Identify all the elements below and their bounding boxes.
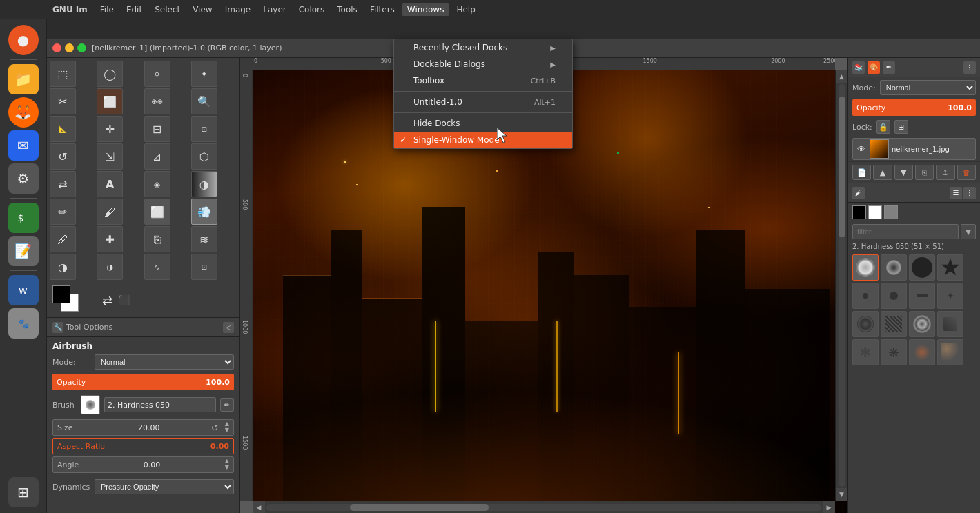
brush-cell-2[interactable] bbox=[881, 254, 907, 281]
raise-layer-btn[interactable]: ▲ bbox=[873, 165, 892, 180]
zoom-tool[interactable]: 🔍 bbox=[191, 88, 217, 114]
brush-cell-13[interactable]: ✱ bbox=[852, 339, 879, 365]
text-tool[interactable]: A bbox=[97, 171, 123, 197]
rect-select-tool[interactable]: ⬚ bbox=[50, 61, 76, 87]
smudge-tool[interactable]: ≋ bbox=[191, 226, 217, 252]
dynamics-select[interactable]: Pressure Opacity bbox=[95, 479, 234, 494]
brush-cell-16[interactable] bbox=[937, 339, 963, 365]
move-tool[interactable]: ✛ bbox=[97, 116, 123, 142]
brush-cell-9[interactable] bbox=[852, 311, 879, 337]
brush-filter-input[interactable] bbox=[852, 224, 959, 239]
maximize-button[interactable] bbox=[77, 43, 86, 52]
menu-select[interactable]: Select bbox=[149, 3, 186, 16]
layers-book-icon[interactable]: 📚 bbox=[852, 61, 865, 74]
brushes-options[interactable]: ⋮ bbox=[963, 187, 976, 199]
ubuntu-icon[interactable]: ● bbox=[8, 25, 39, 55]
brush-preview[interactable] bbox=[81, 395, 100, 414]
brushes-icon[interactable]: 🖌 bbox=[852, 187, 865, 199]
mode-select[interactable]: Normal Multiply Screen bbox=[95, 354, 234, 370]
clone-tool[interactable]: ⎘ bbox=[144, 226, 170, 252]
menu-file[interactable]: File bbox=[95, 3, 119, 16]
brushes-list-view[interactable]: ☰ bbox=[950, 187, 962, 199]
new-layer-btn[interactable]: 📄 bbox=[852, 165, 871, 180]
scissors-tool[interactable]: ✂ bbox=[50, 88, 76, 114]
lock-alpha-btn[interactable]: ⊞ bbox=[894, 120, 908, 134]
menu-untitled[interactable]: Untitled-1.0 Alt+1 bbox=[394, 94, 572, 110]
email-icon[interactable]: ✉ bbox=[8, 130, 39, 161]
fuzzy-select-tool[interactable]: ✦ bbox=[191, 61, 217, 87]
brush-cell-hardness50[interactable] bbox=[852, 254, 879, 281]
close-button[interactable] bbox=[52, 43, 61, 52]
pencil-tool[interactable]: ✏ bbox=[50, 199, 76, 225]
scrollbar-v-thumb[interactable] bbox=[839, 97, 845, 237]
ellipse-select-tool[interactable]: ◯ bbox=[97, 61, 123, 87]
curves-tool[interactable]: ∿ bbox=[144, 254, 170, 280]
menu-layer[interactable]: Layer bbox=[257, 3, 291, 16]
apps-icon[interactable]: ⊞ bbox=[8, 477, 39, 507]
firefox-icon[interactable]: 🦊 bbox=[8, 97, 39, 128]
brush-cell-14[interactable]: ❋ bbox=[881, 339, 907, 365]
flip-tool[interactable]: ⇄ bbox=[50, 171, 76, 197]
reset-colors-btn[interactable]: ⬛ bbox=[118, 294, 130, 305]
files-icon[interactable]: 📁 bbox=[8, 64, 39, 94]
shear-tool[interactable]: ⊿ bbox=[144, 143, 170, 170]
scrollbar-vertical[interactable]: ▲ ▼ bbox=[835, 70, 847, 501]
levels-tool[interactable]: ⊡ bbox=[191, 254, 217, 280]
text-editor-icon[interactable]: 📝 bbox=[8, 236, 39, 266]
paintbrush-tool[interactable]: 🖌 bbox=[97, 199, 123, 225]
rotate-tool[interactable]: ↺ bbox=[50, 143, 76, 170]
terminal-icon[interactable]: $_ bbox=[8, 203, 39, 233]
brush-cell-11[interactable] bbox=[909, 311, 935, 337]
scrollbar-v-track[interactable] bbox=[839, 84, 845, 487]
brush-cell-3[interactable] bbox=[909, 254, 935, 281]
dodge-burn-tool[interactable]: ◑ bbox=[50, 254, 76, 280]
brush-cell-7[interactable] bbox=[909, 283, 935, 309]
channels-icon[interactable]: 🎨 bbox=[868, 61, 880, 74]
brush-cell-12[interactable] bbox=[937, 311, 963, 337]
scroll-left-btn[interactable]: ◀ bbox=[253, 501, 265, 514]
menu-tools[interactable]: Tools bbox=[331, 3, 363, 16]
brush-cell-8[interactable]: ✦ bbox=[937, 283, 963, 309]
black-swatch[interactable] bbox=[852, 205, 866, 219]
foreground-select-tool[interactable]: ⬜ bbox=[97, 88, 123, 114]
menu-help[interactable]: Help bbox=[451, 3, 480, 16]
menu-windows[interactable]: Windows bbox=[402, 3, 450, 16]
menu-view[interactable]: View bbox=[187, 3, 217, 16]
menu-toolbox[interactable]: Toolbox Ctrl+B bbox=[394, 72, 572, 89]
measure-tool[interactable]: 📐 bbox=[50, 116, 76, 142]
scrollbar-h-thumb[interactable] bbox=[350, 504, 489, 511]
layer-item[interactable]: 👁 neilkremer_1.jpg bbox=[852, 138, 976, 160]
minimize-button[interactable] bbox=[65, 43, 74, 52]
free-select-tool[interactable]: ⌖ bbox=[144, 61, 170, 87]
brush-filter-options[interactable]: ▼ bbox=[961, 224, 976, 239]
heal-tool[interactable]: ✚ bbox=[97, 226, 123, 252]
lock-pixels-btn[interactable]: 🔒 bbox=[876, 120, 890, 134]
blend-tool[interactable]: ◑ bbox=[191, 171, 217, 197]
menu-image[interactable]: Image bbox=[219, 3, 257, 16]
brush-cell-15[interactable] bbox=[909, 339, 935, 365]
scrollbar-h-track[interactable] bbox=[266, 504, 821, 511]
menu-single-window[interactable]: ✓ Single-Window Mode bbox=[394, 132, 572, 148]
size-reset-btn[interactable]: ↺ bbox=[211, 423, 219, 433]
anchor-layer-btn[interactable]: ⚓ bbox=[936, 165, 954, 180]
libreoffice-writer-icon[interactable]: W bbox=[8, 275, 39, 305]
brush-cell-4[interactable] bbox=[937, 254, 963, 281]
crop-tool[interactable]: ⊡ bbox=[191, 116, 217, 142]
bucket-fill-tool[interactable]: ◈ bbox=[144, 171, 170, 197]
menu-colors[interactable]: Colors bbox=[293, 3, 331, 16]
ink-tool[interactable]: 🖊 bbox=[50, 226, 76, 252]
layer-mode-select[interactable]: Normal bbox=[880, 80, 976, 95]
menu-edit[interactable]: Edit bbox=[121, 3, 148, 16]
layer-opacity-bar[interactable]: Opacity 100.0 bbox=[852, 99, 976, 116]
brush-cell-5[interactable] bbox=[852, 283, 879, 309]
settings-icon[interactable]: ⚙ bbox=[8, 163, 39, 194]
angle-down-btn[interactable]: ▼ bbox=[225, 465, 229, 471]
gray-swatch[interactable] bbox=[884, 205, 898, 219]
airbrush-tool[interactable]: 💨 bbox=[191, 199, 217, 225]
scroll-down-btn[interactable]: ▼ bbox=[836, 488, 848, 501]
paths-icon[interactable]: ✒ bbox=[883, 61, 895, 74]
desaturate-tool[interactable]: ◑ bbox=[97, 254, 123, 280]
white-swatch[interactable] bbox=[868, 205, 882, 219]
perspective-tool[interactable]: ⬡ bbox=[191, 143, 217, 170]
panel-options-icon[interactable]: ⋮ bbox=[963, 61, 976, 74]
